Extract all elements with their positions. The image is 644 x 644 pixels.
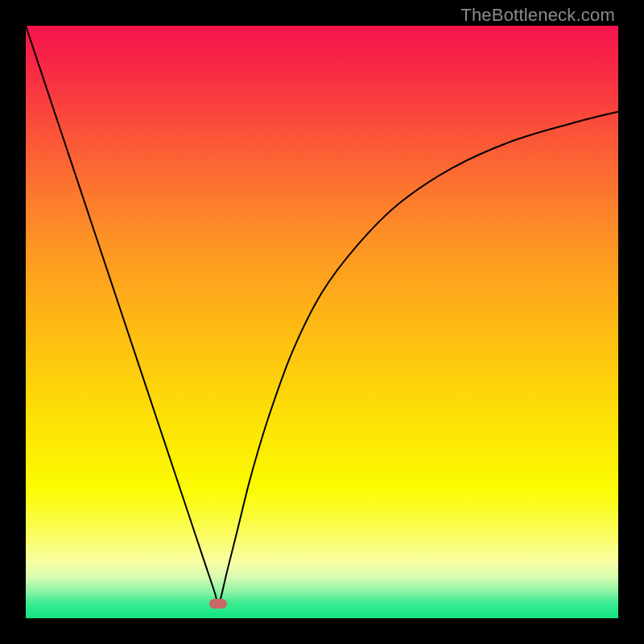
plot-area	[26, 26, 618, 618]
optimum-marker	[209, 599, 227, 609]
bottleneck-curve	[26, 26, 618, 618]
chart-frame: TheBottleneck.com	[0, 0, 644, 644]
watermark-label: TheBottleneck.com	[460, 5, 615, 26]
curve-path	[26, 26, 618, 608]
